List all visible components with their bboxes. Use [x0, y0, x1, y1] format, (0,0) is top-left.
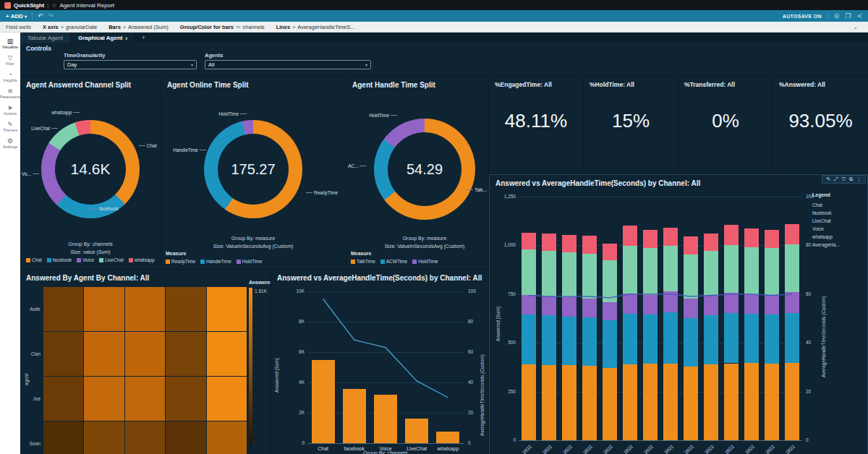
stack-segment-livechat[interactable]	[785, 292, 799, 313]
heatmap-cell[interactable]	[125, 421, 165, 454]
stack-segment-facebook[interactable]	[582, 317, 597, 366]
panel-agent-handle-time-split[interactable]: Agent Handle Time Split 54.29HoldTimeAC.…	[346, 77, 488, 269]
sidebar-item-parameters[interactable]: ≋Parameters	[0, 85, 20, 101]
favorite-star-icon[interactable]: ☆	[51, 2, 56, 9]
heatmap-cell[interactable]	[125, 332, 165, 376]
stack-segment-chat[interactable]	[522, 364, 536, 440]
legend-item[interactable]: facebook	[47, 257, 72, 262]
stack-segment-facebook[interactable]	[542, 315, 556, 365]
stack-segment-voice[interactable]	[663, 246, 678, 291]
heatmap-cell[interactable]	[166, 287, 205, 331]
stack-segment-facebook[interactable]	[522, 314, 536, 364]
kpi-answered[interactable]: %Answered: All 93.05%	[773, 77, 868, 174]
fullscreen-icon[interactable]: ❐	[845, 12, 851, 20]
stack-segment-voice[interactable]	[744, 247, 759, 294]
sidebar-item-visualize[interactable]: ▥Visualize	[0, 35, 20, 51]
legend-item[interactable]: HoldTime	[237, 259, 263, 264]
field-well-x-axis[interactable]: X axis≡granularDate	[43, 24, 97, 30]
kpi-transferred[interactable]: %Transferred: All 0%	[678, 77, 773, 174]
stack-segment-chat[interactable]	[744, 363, 759, 440]
stack-segment-livechat[interactable]	[542, 296, 556, 315]
app-name[interactable]: QuickSight	[14, 2, 44, 9]
stack-segment-voice[interactable]	[684, 254, 698, 299]
heatmap-cell[interactable]	[84, 287, 124, 331]
heatmap-cell[interactable]	[166, 332, 205, 376]
stack-segment-voice[interactable]	[643, 248, 658, 294]
kpi-hold-time[interactable]: %HoldTime: All 15%	[584, 77, 678, 174]
stack-segment-facebook[interactable]	[623, 314, 637, 364]
legend-item[interactable]: Voice	[812, 226, 840, 231]
stack-segment-whatsapp[interactable]	[744, 228, 759, 247]
preview-icon[interactable]: ⊙	[834, 12, 840, 20]
undo-button[interactable]: ↶	[38, 12, 43, 20]
add-button[interactable]: + ADD ▾	[6, 13, 27, 20]
stack-segment-livechat[interactable]	[663, 291, 678, 312]
stack-segment-whatsapp[interactable]	[623, 226, 637, 245]
stack-segment-livechat[interactable]	[603, 302, 617, 321]
heatmap-cell[interactable]	[43, 421, 83, 454]
tab-graphical-agent[interactable]: Graphical Agent ∨	[71, 33, 136, 43]
heatmap-cell[interactable]	[84, 421, 124, 454]
stack-segment-whatsapp[interactable]	[582, 236, 597, 254]
bar-whatsapp[interactable]	[436, 432, 459, 443]
stack-segment-chat[interactable]	[724, 364, 739, 440]
stack-segment-whatsapp[interactable]	[684, 236, 698, 254]
add-sheet-button[interactable]: +	[136, 33, 151, 43]
bar-facebook[interactable]	[343, 389, 366, 443]
stack-segment-voice[interactable]	[785, 244, 799, 291]
share-icon[interactable]: ≺	[856, 12, 862, 20]
heatmap-cell[interactable]	[43, 287, 83, 331]
stack-segment-livechat[interactable]	[582, 299, 597, 317]
stack-segment-chat[interactable]	[542, 365, 556, 440]
stack-segment-voice[interactable]	[704, 251, 718, 296]
legend-item[interactable]: ACWTime	[380, 259, 407, 264]
stack-segment-chat[interactable]	[623, 364, 637, 440]
panel-agent-answered-channel-split[interactable]: Agent Answered Channel Split 14.6Kwhatsa…	[20, 77, 161, 269]
stack-segment-voice[interactable]	[562, 252, 576, 297]
stack-segment-facebook[interactable]	[704, 315, 718, 364]
donut-ring[interactable]: 14.6K	[41, 120, 140, 218]
heatmap-cell[interactable]	[125, 377, 165, 421]
stack-segment-whatsapp[interactable]	[542, 234, 556, 251]
redo-button[interactable]: ↷	[48, 12, 54, 20]
stack-segment-chat[interactable]	[785, 363, 799, 440]
stack-segment-chat[interactable]	[684, 367, 698, 440]
time-granularity-dropdown[interactable]: Day ▾	[64, 60, 197, 69]
donut-ring[interactable]: 54.29	[374, 119, 475, 220]
heatmap-cell[interactable]	[43, 377, 83, 421]
stack-segment-facebook[interactable]	[785, 313, 799, 363]
legend-item[interactable]: LiveChat	[99, 257, 124, 262]
autosave-status[interactable]: AUTOSAVE ON	[783, 14, 822, 19]
export-icon[interactable]: ⧉	[849, 176, 853, 182]
menu-icon[interactable]: ⋮	[856, 176, 861, 182]
heatmap-cell[interactable]	[43, 332, 83, 376]
collapse-field-wells-icon[interactable]: ⌄	[848, 23, 862, 31]
controls-title[interactable]: Controls	[26, 45, 51, 52]
panel-answered-vs-aht-by-channel[interactable]: Answered vs AverageHandleTime(Seconds) b…	[271, 270, 488, 454]
stack-segment-whatsapp[interactable]	[724, 225, 739, 244]
stack-segment-whatsapp[interactable]	[643, 230, 658, 249]
legend-item[interactable]: ReadyTime	[166, 259, 195, 264]
legend-item[interactable]: AverageHa...	[812, 242, 840, 247]
stack-segment-livechat[interactable]	[562, 297, 576, 317]
stack-segment-livechat[interactable]	[643, 295, 658, 315]
stack-segment-chat[interactable]	[765, 364, 779, 440]
stack-segment-whatsapp[interactable]	[785, 224, 799, 245]
kpi-engaged-time[interactable]: %EngagedTime: All 48.11%	[489, 77, 583, 174]
stack-segment-whatsapp[interactable]	[562, 235, 576, 252]
legend-item[interactable]: Chat	[26, 257, 42, 262]
stack-segment-whatsapp[interactable]	[603, 244, 617, 260]
stack-segment-livechat[interactable]	[704, 296, 718, 315]
stack-segment-whatsapp[interactable]	[663, 228, 678, 246]
stack-segment-livechat[interactable]	[522, 295, 536, 314]
stack-segment-facebook[interactable]	[562, 317, 576, 365]
stack-segment-voice[interactable]	[724, 245, 739, 293]
sidebar-item-insights[interactable]: ◔Insights	[0, 69, 20, 85]
stack-segment-facebook[interactable]	[744, 314, 759, 363]
heatmap-cell[interactable]	[166, 377, 205, 421]
stack-segment-chat[interactable]	[582, 366, 597, 440]
legend-item[interactable]: HandleTime	[200, 259, 231, 264]
legend-item[interactable]: Chat	[812, 202, 840, 207]
sidebar-item-settings[interactable]: ⚙Settings	[0, 135, 20, 151]
sidebar-item-themes[interactable]: ✎Themes	[0, 119, 20, 134]
